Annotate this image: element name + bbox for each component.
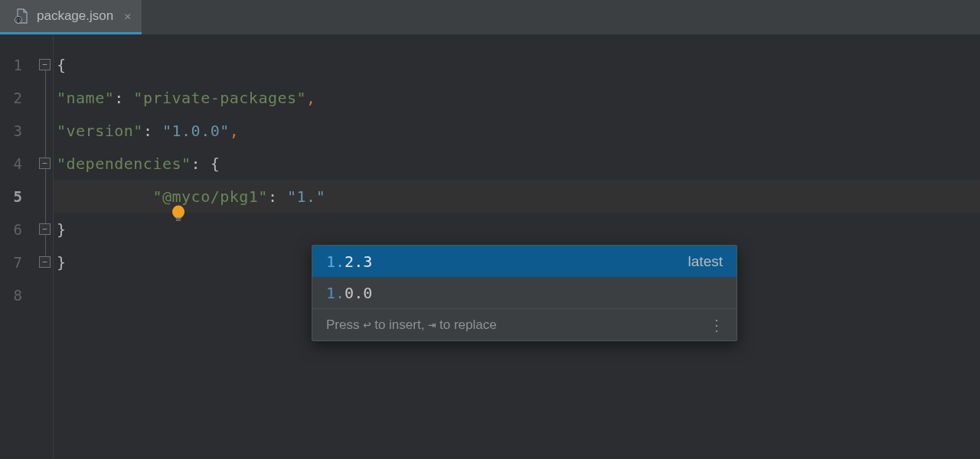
code-line[interactable]: { <box>54 48 980 81</box>
tab-bar: {} package.json ✕ <box>0 0 980 34</box>
svg-text:{}: {} <box>15 18 21 24</box>
line-number[interactable]: 2 <box>0 81 36 114</box>
json-file-icon: {} <box>14 8 29 24</box>
close-icon[interactable]: ✕ <box>124 9 131 23</box>
code-line[interactable]: "dependencies": { <box>54 147 980 180</box>
autocomplete-tag: latest <box>688 253 723 270</box>
line-number-gutter: 1 2 3 4 5 6 7 8 <box>0 34 37 459</box>
autocomplete-hint: Press ↩ to insert, ⇥ to replace ⋮ <box>312 308 737 340</box>
line-number[interactable]: 8 <box>0 278 36 311</box>
code-line[interactable]: "name": "private-packages", <box>54 81 980 114</box>
line-number[interactable]: 4 <box>0 147 36 180</box>
autocomplete-item[interactable]: 1.2.3 latest <box>312 246 737 277</box>
enter-key-icon: ↩ <box>363 317 371 332</box>
more-options-icon[interactable]: ⋮ <box>709 316 723 334</box>
svg-rect-3 <box>176 217 181 219</box>
line-number[interactable]: 6 <box>0 213 36 246</box>
svg-point-2 <box>172 206 185 219</box>
code-line-active[interactable]: "@myco/pkg1": "1." <box>54 180 980 213</box>
fold-toggle-icon[interactable]: − <box>39 59 51 70</box>
editor-area: 1 2 3 4 5 6 7 8 − − − − { "name": "p <box>0 34 980 459</box>
line-number[interactable]: 1 <box>0 48 36 81</box>
line-number[interactable]: 5 <box>0 180 36 213</box>
svg-rect-4 <box>176 220 181 221</box>
tab-key-icon: ⇥ <box>428 317 436 332</box>
fold-toggle-icon[interactable]: − <box>39 223 51 235</box>
fold-toggle-icon[interactable]: − <box>39 158 51 169</box>
line-number[interactable]: 3 <box>0 114 36 147</box>
fold-toggle-icon[interactable]: − <box>39 256 51 268</box>
code-line[interactable]: "version": "1.0.0", <box>54 114 980 147</box>
code-line[interactable]: } <box>54 213 980 246</box>
tab-package-json[interactable]: {} package.json ✕ <box>0 0 142 34</box>
line-number[interactable]: 7 <box>0 246 36 278</box>
autocomplete-popup: 1.2.3 latest 1.0.0 Press ↩ to insert, ⇥ … <box>312 245 737 341</box>
lightbulb-icon[interactable] <box>93 186 110 207</box>
fold-gutter: − − − − <box>37 34 54 459</box>
autocomplete-item[interactable]: 1.0.0 <box>312 277 737 308</box>
tab-label: package.json <box>37 8 113 24</box>
